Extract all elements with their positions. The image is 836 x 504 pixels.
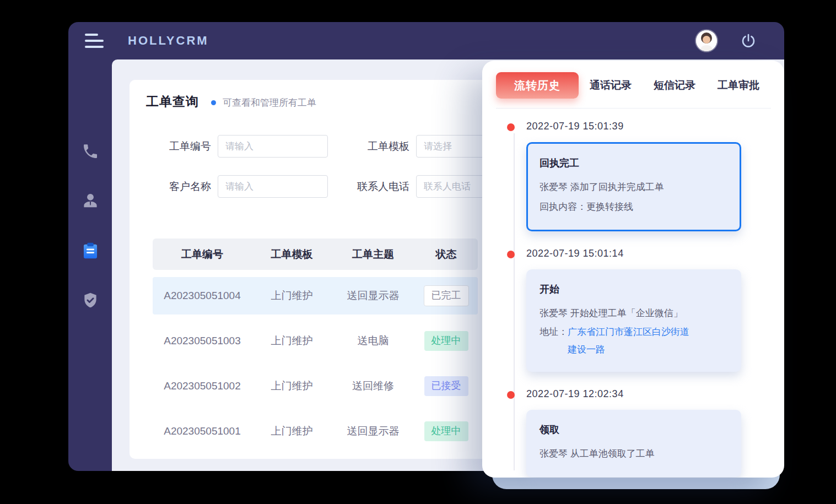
subtitle-dot-icon [211,100,216,105]
tab-flow-history[interactable]: 流转历史 [496,72,579,99]
page-subtitle: 可查看和管理所有工单 [223,96,316,109]
timeline-card-line: 张爱琴 从工单池领取了工单 [540,444,728,464]
filter-label-customer: 客户名称 [146,180,211,194]
page-title: 工单查询 [146,93,199,110]
table-row[interactable]: A202305051002 上门维护 送回维修 已接受 [153,367,478,405]
address-link[interactable]: 广东省江门市蓬江区白沙街道 [568,323,689,341]
col-header-order-id: 工单编号 [153,247,252,262]
timeline-entry: 2022-07-19 15:01:39 回执完工 张爱琴 添加了回执并完成工单 … [526,121,769,231]
timeline: 2022-07-19 15:01:39 回执完工 张爱琴 添加了回执并完成工单 … [482,109,784,477]
detail-tabs: 流转历史 通话记录 短信记录 工单审批 [482,61,784,99]
timeline-card-title: 回执完工 [540,156,728,170]
cell-template: 上门维护 [252,289,332,303]
address-link[interactable]: 建设一路 [568,341,689,359]
sidebar-item-work-orders[interactable] [81,241,100,260]
avatar[interactable] [696,30,717,51]
col-header-template: 工单模板 [252,247,332,262]
timeline-card-claimed[interactable]: 领取 张爱琴 从工单池领取了工单 [526,410,741,477]
timeline-entry: 2022-07-19 15:01:14 开始 张爱琴 开始处理工单「企业微信」 … [526,248,769,372]
sidebar [68,59,112,471]
cell-subject: 送回显示器 [332,289,414,303]
screen: HOLLYCRM [0,0,836,504]
status-badge: 处理中 [424,421,468,441]
order-id-input[interactable] [218,135,328,158]
work-order-table: 工单编号 工单模板 工单主题 状态 A202305051004 上门维护 送回显… [153,239,478,458]
cell-subject: 送回维修 [332,379,414,393]
sidebar-item-contacts[interactable] [81,192,100,210]
power-icon[interactable] [740,32,757,49]
cell-template: 上门维护 [252,334,332,348]
sidebar-item-calls[interactable] [81,142,100,161]
app-header: HOLLYCRM [68,22,784,59]
col-header-status: 状态 [414,247,478,262]
work-order-icon [81,241,100,260]
tab-sms-records[interactable]: 短信记录 [643,78,706,93]
col-header-subject: 工单主题 [332,247,414,262]
filter-label-contact-phone: 联系人电话 [328,180,409,194]
timeline-entry: 2022-07-19 12:02:34 领取 张爱琴 从工单池领取了工单 [526,388,769,477]
menu-icon[interactable] [85,34,104,48]
detail-panel: 流转历史 通话记录 短信记录 工单审批 2022-07-19 15:01:39 … [482,61,784,478]
header-right [696,30,757,51]
table-row[interactable]: A202305051001 上门维护 送回显示器 处理中 [153,413,478,450]
timeline-card-line: 张爱琴 开始处理工单「企业微信」 [540,304,728,323]
timeline-time: 2022-07-19 15:01:14 [526,248,769,259]
timeline-card-title: 开始 [540,283,728,296]
filter-label-order-id: 工单编号 [146,139,211,154]
cell-order-id: A202305051002 [153,380,252,392]
sidebar-item-security[interactable] [81,291,100,310]
cell-template: 上门维护 [252,424,332,438]
tab-order-approval[interactable]: 工单审批 [706,78,770,93]
timeline-card-title: 领取 [540,423,728,436]
cell-template: 上门维护 [252,379,332,393]
timeline-time: 2022-07-19 15:01:39 [526,121,769,132]
address-label: 地址： [540,323,568,359]
security-icon [82,291,99,309]
table-row[interactable]: A202305051003 上门维护 送电脑 处理中 [153,322,478,360]
cell-order-id: A202305051001 [153,425,252,437]
cell-order-id: A202305051003 [153,335,252,347]
cell-order-id: A202305051004 [153,290,252,302]
phone-icon [82,143,99,160]
timeline-card-line: 回执内容：更换转接线 [540,197,728,217]
table-row[interactable]: A202305051004 上门维护 送回显示器 已完工 [153,277,478,315]
timeline-card-start[interactable]: 开始 张爱琴 开始处理工单「企业微信」 地址： 广东省江门市蓬江区白沙街道 建设… [526,269,741,372]
customer-name-input[interactable] [218,175,328,198]
status-badge: 已完工 [424,285,469,306]
tab-call-records[interactable]: 通话记录 [579,78,643,93]
contacts-icon [81,192,100,210]
timeline-card-line: 张爱琴 添加了回执并完成工单 [540,177,728,197]
timeline-card-completed[interactable]: 回执完工 张爱琴 添加了回执并完成工单 回执内容：更换转接线 [526,142,741,231]
table-header: 工单编号 工单模板 工单主题 状态 [153,239,478,270]
status-badge: 处理中 [424,331,468,351]
timeline-address: 地址： 广东省江门市蓬江区白沙街道 建设一路 [540,323,728,359]
cell-subject: 送回显示器 [332,424,414,438]
timeline-time: 2022-07-19 12:02:34 [526,388,769,400]
filter-label-template: 工单模板 [328,139,409,154]
brand-logo: HOLLYCRM [128,34,209,48]
status-badge: 已接受 [424,376,468,396]
cell-subject: 送电脑 [332,334,414,348]
